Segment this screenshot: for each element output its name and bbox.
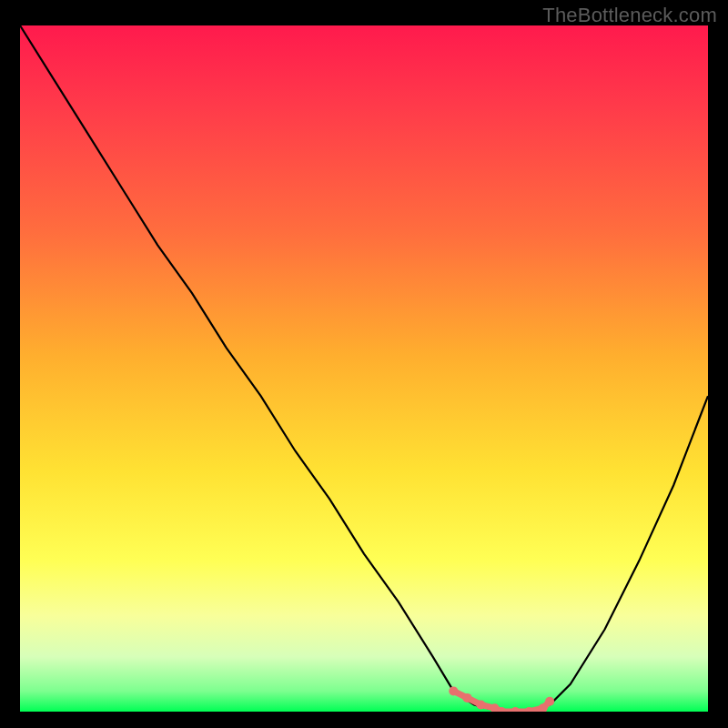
min-segment-dot <box>511 707 520 712</box>
min-segment-dot <box>462 693 471 703</box>
chart-frame: TheBottleneck.com <box>0 0 728 728</box>
min-segment-dot <box>477 701 486 710</box>
chart-plot-area <box>20 25 708 712</box>
min-segment-dot <box>539 703 548 712</box>
min-segment-dot <box>524 707 533 712</box>
bottleneck-curve <box>20 25 708 712</box>
min-segment-dot <box>449 686 458 695</box>
curve-line <box>20 25 708 712</box>
min-segment-dot <box>497 707 506 712</box>
min-segment-dot <box>545 697 554 706</box>
min-segment-line <box>453 691 550 712</box>
watermark-text: TheBottleneck.com <box>542 4 717 27</box>
chart-svg <box>20 25 708 712</box>
min-segment-markers <box>449 686 554 712</box>
min-segment-dot <box>490 703 500 712</box>
